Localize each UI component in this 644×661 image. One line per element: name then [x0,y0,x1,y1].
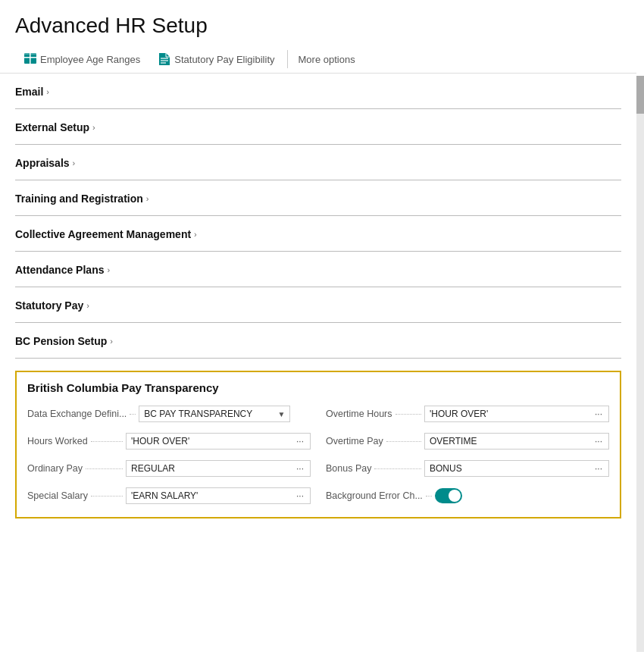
ellipsis-icon[interactable]: ··· [295,463,305,474]
ordinary-pay-field[interactable]: REGULAR ··· [126,460,311,477]
bc-pay-transparency-section: British Columbia Pay Transparency Data E… [15,371,621,518]
chevron-right-icon: › [46,87,49,96]
form-row-data-exchange: Data Exchange Defini... BC PAY TRANSPARE… [27,403,311,424]
toolbar-divider [287,50,288,68]
overtime-hours-field[interactable]: 'HOUR OVER' ··· [424,406,609,422]
section-appraisals[interactable]: Appraisals › [15,145,621,180]
bonus-pay-field[interactable]: BONUS ··· [424,460,609,477]
employee-age-ranges-label: Employee Age Ranges [40,54,140,65]
background-error-toggle-container [435,488,462,503]
more-options-label: More options [299,54,355,65]
dropdown-arrow-icon: ▼ [277,410,285,418]
section-collective[interactable]: Collective Agreement Management › [15,216,621,252]
ellipsis-icon[interactable]: ··· [593,409,604,419]
background-error-label-group: Background Error Ch... [326,490,435,501]
ordinary-pay-value: REGULAR [131,463,175,474]
section-bc-pension-label: BC Pension Setup [15,335,107,347]
toolbar: Employee Age Ranges Statutory Pay Eligib… [0,45,636,74]
chevron-right-icon: › [86,301,89,310]
special-salary-field[interactable]: 'EARN SALARY' ··· [126,487,311,504]
data-exchange-label: Data Exchange Defini... [27,409,127,419]
page-wrapper: Advanced HR Setup Employee Age Ranges [0,0,644,518]
overtime-pay-label: Overtime Pay [326,436,383,446]
dots-spacer [130,414,136,415]
background-error-label: Background Error Ch... [326,490,423,501]
dots-spacer [374,468,421,469]
section-bc-pension[interactable]: BC Pension Setup › [15,323,621,359]
background-error-toggle[interactable] [435,488,462,503]
section-email[interactable]: Email › [15,74,621,109]
scrollbar-track[interactable] [636,76,644,652]
ellipsis-icon[interactable]: ··· [295,436,305,446]
bonus-pay-value: BONUS [430,463,462,474]
form-row-ordinary-pay: Ordinary Pay REGULAR ··· [27,458,311,479]
overtime-pay-label-group: Overtime Pay [326,436,424,446]
dots-spacer [395,414,421,415]
hours-worked-field[interactable]: 'HOUR OVER' ··· [126,433,311,450]
ordinary-pay-label: Ordinary Pay [27,463,83,474]
scrollbar-thumb[interactable] [636,76,644,114]
form-row-bonus-pay: Bonus Pay BONUS ··· [326,458,609,479]
ordinary-pay-label-group: Ordinary Pay [27,463,126,474]
form-row-special-salary: Special Salary 'EARN SALARY' ··· [27,485,311,506]
section-statutory-pay[interactable]: Statutory Pay › [15,287,621,323]
ellipsis-icon[interactable]: ··· [593,436,604,446]
dots-spacer [91,496,123,497]
ellipsis-icon[interactable]: ··· [593,463,604,474]
data-exchange-value: BC PAY TRANSPARENCY [144,409,252,419]
section-attendance-label: Attendance Plans [15,264,104,276]
chevron-right-icon: › [73,158,76,168]
overtime-hours-label: Overtime Hours [326,409,392,419]
form-row-hours-worked: Hours Worked 'HOUR OVER' ··· [27,431,311,452]
data-exchange-dropdown[interactable]: BC PAY TRANSPARENCY ▼ [139,406,290,422]
statutory-pay-eligibility-label: Statutory Pay Eligibility [174,54,274,65]
special-salary-value: 'EARN SALARY' [131,490,198,501]
chevron-right-icon: › [146,194,149,203]
chevron-right-icon: › [92,123,95,132]
data-exchange-label-group: Data Exchange Defini... [27,409,139,419]
form-row-overtime-pay: Overtime Pay OVERTIME ··· [326,431,609,452]
svg-rect-2 [30,53,31,64]
overtime-pay-field[interactable]: OVERTIME ··· [424,433,609,450]
overtime-hours-value: 'HOUR OVER' [430,409,488,419]
section-attendance[interactable]: Attendance Plans › [15,252,621,287]
hours-worked-value: 'HOUR OVER' [131,436,189,446]
section-appraisals-label: Appraisals [15,157,70,169]
hours-worked-label: Hours Worked [27,436,88,446]
employee-age-ranges-button[interactable]: Employee Age Ranges [15,49,149,70]
dots-spacer [86,468,123,469]
bonus-pay-label: Bonus Pay [326,463,371,474]
chevron-right-icon: › [110,337,113,346]
hours-worked-label-group: Hours Worked [27,436,126,446]
form-row-background-error: Background Error Ch... [326,485,609,506]
table-icon [24,53,36,65]
section-statutory-pay-label: Statutory Pay [15,299,83,312]
section-email-label: Email [15,86,43,98]
section-external-setup-label: External Setup [15,121,89,133]
overtime-hours-label-group: Overtime Hours [326,409,424,419]
dots-spacer [426,496,432,497]
statutory-pay-eligibility-button[interactable]: Statutory Pay Eligibility [149,49,283,70]
special-salary-label: Special Salary [27,490,88,501]
special-salary-label-group: Special Salary [27,490,126,501]
dots-spacer [386,441,421,442]
section-training-label: Training and Registration [15,193,143,205]
page-title: Advanced HR Setup [0,0,636,45]
doc-icon [158,53,170,65]
svg-rect-3 [24,53,36,55]
more-options-button[interactable]: More options [291,49,363,70]
section-training[interactable]: Training and Registration › [15,180,621,216]
form-row-overtime-hours: Overtime Hours 'HOUR OVER' ··· [326,403,609,424]
ellipsis-icon[interactable]: ··· [295,490,305,501]
chevron-right-icon: › [107,265,110,274]
bonus-pay-label-group: Bonus Pay [326,463,424,474]
dots-spacer [91,441,123,442]
bc-form-grid: Data Exchange Defini... BC PAY TRANSPARE… [27,403,609,506]
content-area: Email › External Setup › Appraisals › Tr… [0,74,636,518]
overtime-pay-value: OVERTIME [430,436,477,446]
bc-section-title: British Columbia Pay Transparency [27,381,609,394]
main-content: Advanced HR Setup Employee Age Ranges [0,0,636,518]
section-external-setup[interactable]: External Setup › [15,109,621,145]
section-collective-label: Collective Agreement Management [15,228,191,240]
chevron-right-icon: › [194,230,197,239]
